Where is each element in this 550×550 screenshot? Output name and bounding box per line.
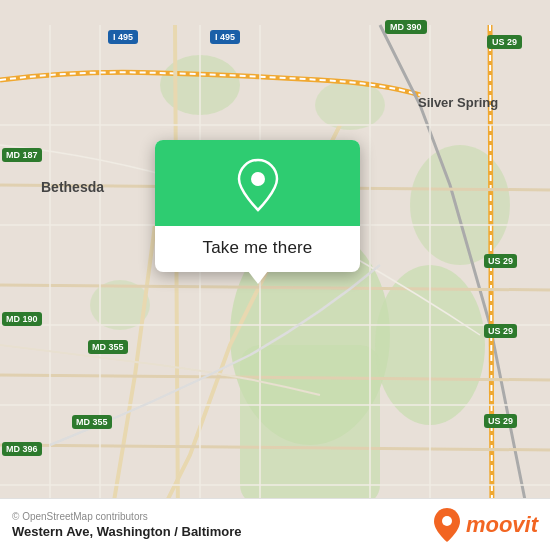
map-container: I 495 I 495 MD 390 US 29 Bethesda Silver… — [0, 0, 550, 550]
svg-point-8 — [251, 172, 265, 186]
svg-point-5 — [410, 145, 510, 265]
highway-badge-md390: MD 390 — [385, 20, 427, 34]
popup-icon-area — [155, 140, 360, 226]
highway-badge-md355-2: MD 355 — [72, 415, 112, 429]
moovit-logo: moovit — [432, 507, 538, 543]
popup-card: Take me there — [155, 140, 360, 272]
highway-badge-md355-1: MD 355 — [88, 340, 128, 354]
popup-button-area[interactable]: Take me there — [155, 226, 360, 272]
svg-rect-7 — [240, 345, 380, 505]
take-me-there-button[interactable]: Take me there — [195, 238, 321, 258]
copyright-text: © OpenStreetMap contributors — [12, 511, 241, 522]
city-label-silver-spring: Silver Spring — [415, 94, 501, 111]
highway-badge-us29-lower: US 29 — [484, 324, 517, 338]
map-svg — [0, 0, 550, 550]
highway-badge-us29-mid: US 29 — [484, 254, 517, 268]
svg-point-9 — [442, 516, 452, 526]
highway-badge-md187: MD 187 — [2, 148, 42, 162]
moovit-text: moovit — [466, 512, 538, 538]
location-pin-icon — [236, 158, 280, 212]
highway-badge-i495-left: I 495 — [108, 30, 138, 44]
moovit-pin-icon — [432, 507, 462, 543]
highway-badge-i495-right: I 495 — [210, 30, 240, 44]
bottom-left: © OpenStreetMap contributors Western Ave… — [12, 511, 241, 539]
bottom-bar: © OpenStreetMap contributors Western Ave… — [0, 498, 550, 550]
highway-badge-md396: MD 396 — [2, 442, 42, 456]
highway-badge-us29-top: US 29 — [487, 35, 522, 49]
location-text: Western Ave, Washington / Baltimore — [12, 524, 241, 539]
highway-badge-us29-bottom: US 29 — [484, 414, 517, 428]
highway-badge-md190: MD 190 — [2, 312, 42, 326]
city-label-bethesda: Bethesda — [38, 178, 107, 196]
